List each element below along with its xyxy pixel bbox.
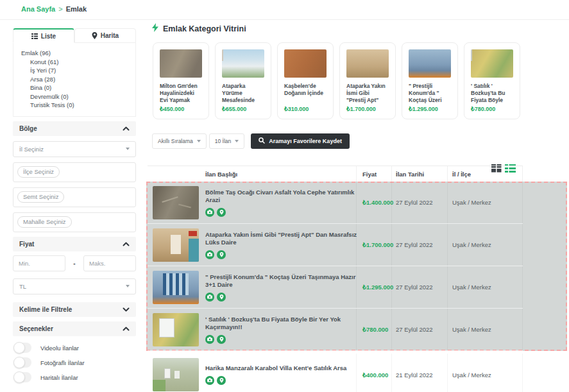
card-title: ' Satılık ' Bozkuş'ta Bu Fiyata Böyle (471, 83, 513, 104)
listing-main-cell: " Prestijli Konum'da " Koçtaş Üzeri Taşı… (205, 266, 358, 308)
showcase-card[interactable]: Kaşbelen'de Doğanın İçinde ₺310.000 (277, 42, 334, 119)
table-row[interactable]: Harika Manzaralı Karabol Villa Kent'e Sa… (148, 354, 523, 392)
listing-price: ₺400.000 (362, 354, 393, 392)
listing-thumbnail[interactable] (153, 271, 199, 304)
listing-photo[interactable] (346, 49, 389, 78)
sort-select-value: Akıllı Sıralama (158, 138, 193, 144)
listing-thumbnail[interactable] (153, 186, 199, 219)
listing-thumbnail[interactable] (153, 358, 199, 391)
category-emlak[interactable]: Emlak (96) (21, 49, 128, 58)
per-page-select[interactable]: 10 İlan (209, 133, 245, 149)
map-pin-icon (217, 208, 226, 217)
breadcrumb-home-link[interactable]: Ana Sayfa (21, 5, 55, 13)
option-toggles: Videolu İlanlar Fotoğraflı İlanlar Harit… (13, 343, 136, 383)
toggle-switch-off[interactable] (14, 372, 31, 382)
table-row[interactable]: " Prestijli Konum'da " Koçtaş Üzeri Taşı… (148, 266, 523, 309)
tab-harita[interactable]: Harita (74, 28, 136, 43)
toggle-knob (13, 371, 25, 383)
district-input-placeholder: İlçe Seçiniz (17, 166, 60, 178)
table-row[interactable]: ' Satılık ' Bozkuş'ta Bu Fiyata Böyle Bi… (148, 309, 523, 351)
neighborhood-input[interactable]: Mahalle Seçiniz (13, 212, 136, 232)
listing-date: 21 Eylül 2022 (396, 354, 450, 392)
showcase-cards: Milton Gm'den Hayalinizdeki Evi Yapmak ₺… (146, 42, 569, 119)
price-range: - (13, 255, 136, 271)
currency-select[interactable]: TL (13, 278, 136, 294)
toggle-videolu-ilanlar[interactable]: Videolu İlanlar (13, 343, 136, 354)
category-bina[interactable]: Bina (0) (21, 83, 128, 92)
tab-liste-label: Liste (41, 33, 56, 40)
listing-photo[interactable] (284, 49, 327, 78)
results-table-header: İlan Başlığı Fiyat İlan Tarihi İl / İlçe (148, 166, 523, 182)
toggle-switch-off[interactable] (14, 357, 31, 368)
toggle-fotografli-ilanlar[interactable]: Fotoğraflı İlanlar (13, 357, 136, 368)
save-search-favorites-button[interactable]: Aramayı Favorilere Kaydet (251, 133, 350, 149)
district-input[interactable]: İlçe Seçiniz (13, 162, 136, 182)
listing-thumbnail[interactable] (153, 228, 199, 262)
listing-price: ₺1.700.000 (362, 224, 393, 266)
card-price: ₺655.000 (222, 106, 264, 112)
sort-select[interactable]: Akıllı Sıralama (152, 133, 207, 149)
card-price: ₺780.000 (471, 106, 513, 112)
listing-title[interactable]: Bölme Taş Ocağı Civarı Asfalt Yola Cephe… (205, 189, 358, 205)
category-arsa[interactable]: Arsa (28) (21, 75, 128, 84)
photo-camera-icon (205, 376, 214, 385)
save-search-label: Aramayı Favorilere Kaydet (269, 138, 342, 144)
listing-title[interactable]: " Prestijli Konum'da " Koçtaş Üzeri Taşı… (205, 273, 358, 289)
category-konut[interactable]: Konut (61) (21, 58, 128, 67)
category-devremulk[interactable]: Devremülk (0) (21, 92, 128, 101)
listing-main-cell: Harika Manzaralı Karabol Villa Kent'e Sa… (205, 354, 358, 392)
main-content: Emlak Kategori Vitrini Milton Gm'den Hay… (146, 23, 569, 149)
card-price: ₺450.000 (160, 106, 202, 112)
showcase-card[interactable]: Milton Gm'den Hayalinizdeki Evi Yapmak ₺… (153, 42, 209, 119)
keyword-section-header[interactable]: Kelime ile Filtrele (13, 302, 136, 317)
map-pin-icon (92, 32, 98, 39)
listing-badges (205, 335, 358, 344)
listing-title[interactable]: ' Satılık ' Bozkuş'ta Bu Fiyata Böyle Bi… (205, 316, 358, 332)
card-title: Milton Gm'den Hayalinizdeki Evi Yapmak (160, 83, 202, 104)
chevron-down-icon (197, 140, 201, 142)
price-section-header[interactable]: Fiyat (13, 237, 136, 251)
column-header-title: İlan Başlığı (205, 171, 237, 178)
photo-camera-icon (205, 293, 214, 302)
chevron-up-icon (123, 125, 130, 132)
search-icon (259, 137, 265, 145)
list-icon (31, 33, 38, 39)
region-section-header[interactable]: Bölge (13, 121, 136, 136)
quarter-input[interactable]: Semt Seçiniz (13, 187, 136, 207)
showcase-card[interactable]: Ataparka Yürüme Mesafesinde ₺655.000 (215, 42, 271, 119)
view-tabs: Liste Harita (13, 28, 136, 43)
table-row[interactable]: Bölme Taş Ocağı Civarı Asfalt Yola Cephe… (148, 182, 523, 224)
listing-title[interactable]: Ataparka Yakın İsmi Gibi "Prestij Apt" D… (205, 231, 358, 247)
options-section-header[interactable]: Seçenekler (13, 321, 136, 336)
toggle-switch-off[interactable] (14, 343, 31, 353)
price-max-input[interactable] (83, 255, 136, 271)
price-min-input[interactable] (13, 255, 65, 271)
card-price: ₺1.700.000 (346, 106, 389, 112)
table-row[interactable]: Ataparka Yakın İsmi Gibi "Prestij Apt" D… (148, 224, 523, 266)
listing-title[interactable]: Harika Manzaralı Karabol Villa Kent'e Sa… (205, 364, 358, 373)
listing-photo[interactable] (409, 49, 451, 78)
toggle-haritali-ilanlar[interactable]: Haritalı İlanlar (13, 372, 136, 383)
breadcrumb-current: Emlak (66, 5, 87, 13)
toggle-label: Videolu İlanlar (40, 345, 79, 352)
category-is-yeri[interactable]: İş Yeri (7) (21, 66, 128, 75)
showcase-card[interactable]: ' Satılık ' Bozkuş'ta Bu Fiyata Böyle ₺7… (464, 42, 520, 119)
card-price: ₺1.295.000 (409, 106, 451, 112)
listing-location: Uşak / Merkez (452, 309, 522, 350)
header-divider (0, 19, 569, 20)
listing-photo[interactable] (471, 49, 513, 78)
results-toolbar: Akıllı Sıralama 10 İlan Aramayı Favorile… (146, 133, 569, 149)
card-price: ₺310.000 (284, 106, 327, 112)
listing-thumbnail[interactable] (153, 313, 199, 346)
toggle-label: Fotoğraflı İlanlar (40, 359, 85, 366)
showcase-card[interactable]: Ataparka Yakın İsmi Gibi "Prestij Apt" ₺… (339, 42, 396, 119)
listing-photo[interactable] (160, 49, 202, 78)
showcase-card[interactable]: " Prestijli Konum'da " Koçtaş Üzeri ₺1.2… (402, 42, 458, 119)
listing-photo[interactable] (222, 49, 264, 78)
tab-liste[interactable]: Liste (13, 28, 74, 43)
listing-location: Uşak / Merkez (452, 266, 522, 308)
column-header-location: İl / İlçe (452, 171, 471, 178)
category-turistik-tesis[interactable]: Turistik Tesis (0) (21, 101, 128, 110)
province-select[interactable]: İl Seçiniz (13, 141, 136, 157)
listing-price: ₺1.400.000 (362, 182, 393, 223)
